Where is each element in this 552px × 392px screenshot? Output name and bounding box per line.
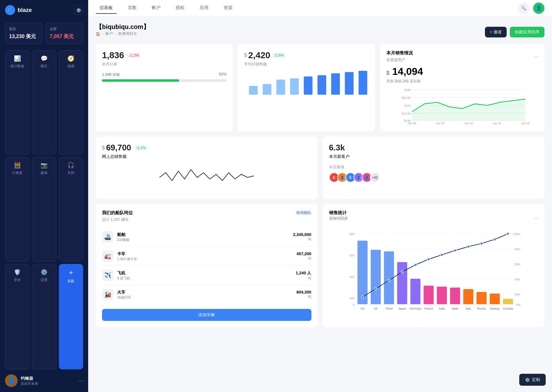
svg-text:20%: 20% [515,293,520,296]
svg-rect-53 [503,299,513,304]
bottom-row: 我们的船队吨位 检阅舰队 总计 1,247 辆车 🚢 船舶 234艘艇 2,34… [96,204,544,327]
nav-item-calc[interactable]: 🧮 计算器 [5,157,29,261]
tab-apps[interactable]: 应用 [196,3,212,14]
total-value-row: $ 69,700 ↑2.2% [102,143,311,153]
ship-count: 234艘艇 [117,238,289,242]
tab-pages[interactable]: 页数 [124,3,140,14]
fleet-item-plane: ✈️ 飞机 8 架飞机 1,240 人 吨 [102,266,311,285]
svg-rect-1 [263,84,272,95]
svg-text:US: US [360,307,364,310]
user-info: 约翰逊 反应开发者 [21,376,75,386]
svg-text:$24k: $24k [404,88,411,92]
monthly-big-value: $ 14,094 [386,66,538,77]
svg-text:200: 200 [350,297,354,300]
avg-prefix: $ [244,53,247,58]
nav-item-chat[interactable]: 💬 聊天 [32,50,56,154]
total-sales-card: $ 69,700 ↑2.2% 网上总销售额 [96,137,318,199]
user-avatar-button[interactable]: 👤 [533,3,544,14]
svg-point-62 [467,245,469,248]
svg-text:Apr 07: Apr 07 [436,122,445,124]
svg-rect-50 [463,289,473,304]
chat-icon: 💬 [41,55,48,62]
train-name: 火车 [117,289,293,295]
add-vehicle-button[interactable]: 添加车辆 [102,309,311,321]
customize-button[interactable]: ⚙️ 定制 [519,374,546,386]
avg-daily-card: $ 2,420 ↑2.6% 平均日销售额 [238,44,375,132]
monthly-chart-subtitle: 全渠道用户 [386,57,413,63]
nav-item-support[interactable]: 🎧 支持 [59,157,83,261]
page-title: 【biqubiqu.com】 🏠 › 帐户 › 奥弗维耶夫 [96,23,150,42]
ship-icon: 🚢 [102,231,113,243]
plane-name: 飞机 [117,270,292,276]
svg-text:Spain: Spain [451,307,458,310]
sidebar-settings-icon[interactable]: ⚙️ [74,6,83,14]
ship-value: 2,345,500 吨 [293,232,311,242]
create-app-button[interactable]: 创建应用程序 [510,27,544,37]
sales-chart-header: 销售统计 最畅销国家 ⋯ [329,210,538,226]
ship-name: 船舶 [117,232,289,238]
fleet-link[interactable]: 检阅舰队 [296,210,311,216]
svg-rect-47 [424,286,434,304]
svg-rect-45 [397,262,407,304]
plane-count: 8 架飞机 [117,276,292,281]
orders-label: 本月订单 [102,62,226,67]
svg-rect-46 [410,279,420,304]
tab-auth[interactable]: 授权 [172,3,188,14]
svg-text:Apr 04: Apr 04 [408,122,416,124]
nav-label-support: 支持 [67,171,74,175]
fleet-item-ship: 🚢 船舶 234艘艇 2,345,500 吨 [102,227,311,247]
nav-label-guide: 指南 [67,64,74,69]
main: 仪表板 页数 帐户 授权 应用 资源 🔍 👤 【biqubiqu.com】 🏠 … [88,0,552,392]
fleet-info-truck: 卡车 1,460 辆卡车 [117,251,293,261]
guide-icon: 🧭 [67,55,74,62]
heroes-extra: +42 [370,172,380,182]
nav-grid: 📊 统计数据 💬 聊天 🧭 指南 🧮 计算器 📷 媒体 🎧 支持 🛡️ 安全 [5,50,83,369]
sidebar: 🔷 blaze ⚙️ 预算 13,230 美元 花费 7,057 美元 📊 统计… [0,0,88,392]
search-button[interactable]: 🔍 [518,3,529,14]
svg-point-65 [507,232,509,235]
fleet-item-train: 🚂 火车 36趟列车 804,300 吨 [102,285,311,304]
budget-amount: 13,230 美元 [9,33,38,40]
settings-icon: ⚙️ [41,269,48,276]
svg-text:Japan: Japan [398,307,406,310]
svg-text:Italy: Italy [465,307,471,310]
svg-rect-48 [437,287,447,304]
svg-point-56 [388,279,390,282]
sales-more-icon[interactable]: ⋯ [534,216,538,221]
svg-text:40%: 40% [515,278,520,281]
nav-item-settings[interactable]: ⚙️ 设置 [32,264,56,369]
monthly-more-icon[interactable]: ⋯ [534,54,538,59]
nav-item-add[interactable]: + 添新 [59,264,83,369]
tab-resources[interactable]: 资源 [220,3,236,14]
svg-text:60%: 60% [515,263,520,266]
nav-item-security[interactable]: 🛡️ 安全 [5,264,29,369]
svg-text:India: India [439,307,445,310]
sales-title-block: 销售统计 最畅销国家 [329,210,348,226]
nav-item-guide[interactable]: 🧭 指南 [59,50,83,154]
tab-dashboard[interactable]: 仪表板 [96,3,117,14]
svg-point-58 [414,264,417,266]
nav-item-media[interactable]: 📷 媒体 [32,157,56,261]
avg-bar-chart [244,70,368,95]
expense-amount: 7,057 美元 [50,33,79,40]
avatar: 👤 [5,374,18,387]
sidebar-bottom: 👤 约翰逊 反应开发者 ⋯ [5,369,83,387]
invite-button[interactable]: + 邀请 [485,27,507,37]
tab-accounts[interactable]: 帐户 [148,3,164,14]
svg-text:Norway: Norway [490,307,499,310]
svg-rect-51 [476,292,487,304]
svg-point-57 [401,271,403,273]
svg-text:Russia: Russia [477,307,486,310]
stats-row-bottom: $ 69,700 ↑2.2% 网上总销售额 6.3k 本月新客户 今日英雄 A [96,137,544,199]
breadcrumb-accounts[interactable]: 帐户 [105,31,113,36]
customize-icon: ⚙️ [525,378,530,382]
breadcrumb: 🏠 › 帐户 › 奥弗维耶夫 [96,31,150,36]
user-more-icon[interactable]: ⋯ [78,378,83,384]
svg-text:Germany: Germany [409,307,421,310]
nav-item-stats[interactable]: 📊 统计数据 [5,50,29,154]
svg-rect-2 [276,80,285,95]
avg-label: 平均日销售额 [244,62,368,67]
monthly-chart-title: 本月销售情况 [386,50,413,56]
budget-card: 预算 13,230 美元 [5,23,43,44]
truck-count: 1,460 辆卡车 [117,257,293,261]
